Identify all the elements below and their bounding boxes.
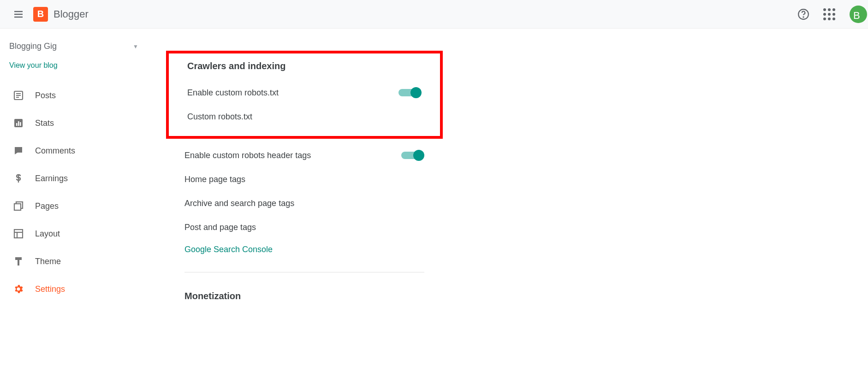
help-button[interactable] bbox=[792, 3, 814, 25]
stats-icon bbox=[11, 118, 26, 129]
posts-icon bbox=[11, 90, 26, 101]
apps-grid-icon bbox=[823, 8, 835, 20]
help-icon bbox=[797, 8, 809, 20]
enable-header-tags-row[interactable]: Enable custom robots header tags bbox=[166, 143, 443, 167]
sidebar-item-layout[interactable]: Layout bbox=[0, 220, 148, 248]
enable-header-tags-toggle[interactable] bbox=[401, 150, 424, 161]
setting-label: Custom robots.txt bbox=[187, 112, 252, 122]
view-blog-link[interactable]: View your blog bbox=[0, 55, 148, 82]
apps-button[interactable] bbox=[818, 3, 840, 25]
sidebar-item-label: Earnings bbox=[35, 174, 68, 183]
layout-icon bbox=[11, 228, 26, 239]
sidebar-item-label: Layout bbox=[35, 229, 60, 239]
svg-rect-12 bbox=[20, 122, 21, 126]
account-avatar[interactable]: B bbox=[850, 6, 867, 23]
setting-label: Archive and search page tags bbox=[184, 199, 294, 208]
sidebar-item-label: Stats bbox=[35, 118, 54, 128]
svg-rect-15 bbox=[14, 230, 23, 238]
blogger-logo-icon: B bbox=[33, 7, 48, 22]
comments-icon bbox=[11, 145, 26, 156]
chevron-down-icon: ▼ bbox=[133, 43, 138, 50]
blog-selector[interactable]: Blogging Gig ▼ bbox=[0, 38, 148, 55]
setting-label: Enable custom robots header tags bbox=[184, 151, 311, 160]
svg-rect-10 bbox=[16, 123, 18, 126]
highlight-annotation: Crawlers and indexing Enable custom robo… bbox=[166, 51, 443, 139]
sidebar-item-stats[interactable]: Stats bbox=[0, 109, 148, 137]
archive-tags-row[interactable]: Archive and search page tags bbox=[166, 191, 443, 215]
blog-name: Blogging Gig bbox=[9, 41, 57, 51]
sidebar-item-label: Theme bbox=[35, 257, 61, 266]
sidebar-item-pages[interactable]: Pages bbox=[0, 192, 148, 220]
product-name: Blogger bbox=[54, 8, 89, 20]
enable-custom-robots-row[interactable]: Enable custom robots.txt bbox=[169, 81, 440, 105]
sidebar-item-label: Settings bbox=[35, 284, 65, 294]
sidebar-item-label: Comments bbox=[35, 146, 75, 156]
earnings-icon bbox=[11, 173, 26, 184]
enable-custom-robots-toggle[interactable] bbox=[398, 87, 422, 98]
svg-point-4 bbox=[803, 17, 803, 17]
custom-robots-row[interactable]: Custom robots.txt bbox=[169, 105, 440, 129]
sidebar-item-posts[interactable]: Posts bbox=[0, 82, 148, 109]
setting-label: Post and page tags bbox=[184, 223, 256, 232]
search-console-link[interactable]: Google Search Console bbox=[166, 239, 443, 260]
hamburger-icon bbox=[13, 9, 24, 20]
svg-rect-11 bbox=[18, 121, 19, 126]
sidebar-item-comments[interactable]: Comments bbox=[0, 137, 148, 165]
sidebar: Blogging Gig ▼ View your blog Posts Stat… bbox=[0, 29, 148, 311]
section-divider bbox=[184, 272, 424, 272]
section-title-monetization: Monetization bbox=[166, 291, 443, 301]
section-title-crawlers: Crawlers and indexing bbox=[169, 61, 440, 71]
home-page-tags-row[interactable]: Home page tags bbox=[166, 167, 443, 191]
svg-rect-14 bbox=[14, 204, 21, 210]
app-header: B Blogger B bbox=[0, 0, 868, 29]
settings-icon bbox=[11, 283, 26, 295]
sidebar-item-label: Posts bbox=[35, 91, 56, 100]
theme-icon bbox=[11, 256, 26, 267]
setting-label: Enable custom robots.txt bbox=[187, 88, 279, 98]
post-tags-row[interactable]: Post and page tags bbox=[166, 215, 443, 239]
main-content: Crawlers and indexing Enable custom robo… bbox=[148, 29, 868, 311]
pages-icon bbox=[11, 201, 26, 212]
sidebar-item-label: Pages bbox=[35, 201, 59, 211]
sidebar-item-earnings[interactable]: Earnings bbox=[0, 165, 148, 192]
crawlers-section: Crawlers and indexing Enable custom robo… bbox=[166, 51, 443, 301]
menu-button[interactable] bbox=[7, 3, 30, 25]
setting-label: Home page tags bbox=[184, 175, 245, 184]
logo[interactable]: B Blogger bbox=[33, 7, 89, 22]
sidebar-item-settings[interactable]: Settings bbox=[0, 275, 148, 303]
sidebar-item-theme[interactable]: Theme bbox=[0, 248, 148, 275]
